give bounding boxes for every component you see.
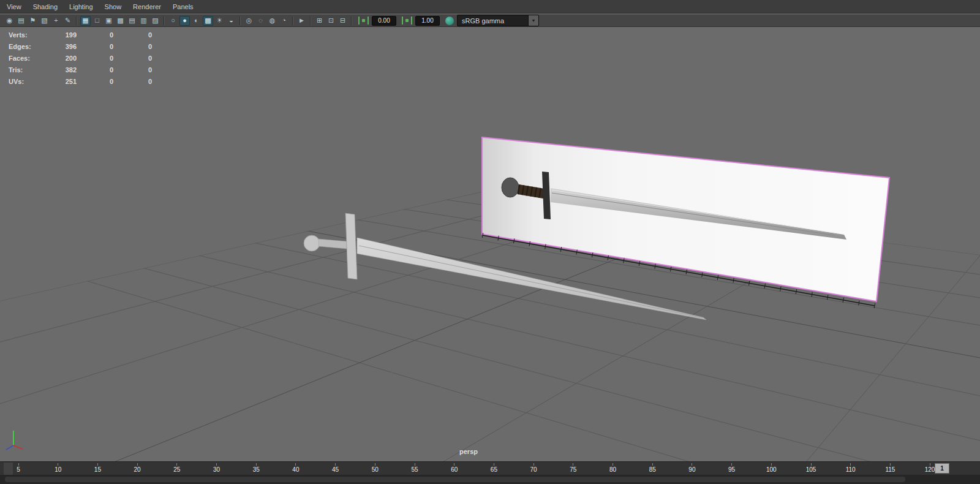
frame-tick — [137, 463, 138, 466]
frame-number: 25 — [173, 466, 180, 473]
occlusion-icon[interactable]: ◎ — [244, 16, 254, 26]
poly-count-value: 0 — [113, 31, 152, 39]
frame-tick — [58, 463, 58, 466]
edge-tick — [812, 292, 812, 297]
viewport-toolbar: ◉▤⚑▧+✎▦□▣▩▤▥▨○●◐▩☀◒◎◌◍◔►⊞⊡⊟ 0.00 1.00 sR… — [0, 14, 980, 27]
safe-action-icon[interactable]: ▥ — [138, 16, 149, 26]
resolution-gate-icon[interactable]: ▣ — [104, 16, 114, 26]
poly-count-value: 0 — [77, 31, 113, 39]
wireframe-icon[interactable]: ○ — [168, 16, 178, 26]
gate-mask-icon[interactable]: ▩ — [115, 16, 126, 26]
isolate-select-icon[interactable]: ► — [296, 16, 307, 26]
frame-tick — [652, 463, 653, 466]
frame-tick — [295, 463, 296, 466]
frame-tick — [454, 463, 454, 466]
film-gate-icon[interactable]: □ — [92, 16, 102, 26]
frame-tick — [18, 463, 19, 466]
poly-count-row: Tris:38200 — [9, 64, 152, 75]
lights-icon[interactable]: ☀ — [214, 16, 225, 26]
menu-renderer[interactable]: Renderer — [131, 2, 163, 12]
frame-tick — [375, 463, 375, 466]
colorspace-dropdown[interactable]: sRGB gamma ▼ — [457, 15, 539, 26]
time-slider[interactable]: 1 51015202530354045505560657075808590951… — [0, 461, 980, 475]
safe-title-icon[interactable]: ▨ — [150, 16, 160, 26]
chevron-down-icon[interactable]: ▼ — [528, 15, 538, 26]
poly-count-value: 0 — [77, 78, 113, 85]
frame-tick — [890, 463, 891, 466]
poly-count-value: 0 — [113, 55, 152, 62]
playhead[interactable] — [4, 463, 13, 475]
image-plane[interactable] — [482, 137, 889, 301]
frame-number: 115 — [885, 466, 895, 473]
range-slider-bar[interactable] — [5, 477, 905, 482]
frame-tick — [692, 463, 692, 466]
grid-icon[interactable]: ▦ — [80, 16, 91, 26]
shadows-icon[interactable]: ◒ — [226, 16, 236, 26]
flat-shade-icon[interactable]: ◐ — [191, 16, 202, 26]
toolbar-separator — [239, 17, 241, 25]
toolbar-separator — [164, 17, 165, 25]
multisample-icon[interactable]: ◍ — [267, 16, 277, 26]
image-plane-icon[interactable]: ▧ — [39, 16, 50, 26]
menu-panels[interactable]: Panels — [171, 2, 195, 12]
viewport-layout-icon[interactable]: ⊟ — [337, 16, 348, 26]
viewport-persp[interactable]: Verts:19900Edges:39600Faces:20000Tris:38… — [0, 28, 980, 461]
menu-shading[interactable]: Shading — [31, 2, 59, 12]
field-chart-icon[interactable]: ▤ — [127, 16, 137, 26]
image-plane-quad[interactable] — [482, 137, 889, 301]
poly-count-value: 0 — [77, 43, 113, 50]
menu-lighting[interactable]: Lighting — [67, 2, 95, 12]
camera-label: persp — [429, 448, 508, 455]
photo-sword-pommel — [502, 178, 519, 197]
color-management-icon[interactable] — [445, 17, 454, 25]
frame-number: 75 — [570, 466, 576, 473]
frame-tick — [573, 463, 573, 466]
frame-tick — [850, 463, 851, 466]
poly-count-value: 0 — [113, 78, 152, 85]
poly-count-label: Faces: — [9, 55, 40, 62]
frame-tick — [930, 463, 930, 466]
toolbar-separator — [310, 17, 311, 25]
exposure-icon[interactable] — [358, 17, 369, 25]
poly-count-value: 396 — [40, 43, 77, 50]
motion-blur-icon[interactable]: ◌ — [255, 16, 266, 26]
range-slider[interactable] — [0, 475, 980, 484]
gamma-field[interactable]: 1.00 — [415, 16, 440, 26]
frame-all-icon[interactable]: ⊞ — [314, 16, 325, 26]
frame-number: 90 — [688, 466, 695, 473]
poly-count-value: 0 — [77, 66, 113, 74]
frame-number: 85 — [649, 466, 656, 473]
frame-tick — [176, 463, 177, 466]
frame-tick — [811, 463, 812, 466]
poly-count-row: Verts:19900 — [9, 29, 152, 40]
menu-view[interactable]: View — [5, 2, 23, 12]
frame-number: 55 — [411, 466, 418, 473]
select-camera-icon[interactable]: ◉ — [4, 16, 15, 26]
frame-number: 10 — [55, 466, 61, 473]
depth-of-field-icon[interactable]: ◔ — [279, 16, 289, 26]
sword-crossguard — [345, 213, 357, 279]
current-frame-field[interactable]: 1 — [935, 463, 949, 474]
poly-count-label: Edges: — [9, 43, 40, 50]
textured-icon[interactable]: ▩ — [203, 16, 213, 26]
gamma-icon[interactable] — [402, 17, 412, 25]
frame-number: 20 — [134, 466, 141, 473]
camera-attributes-icon[interactable]: ▤ — [16, 16, 26, 26]
exposure-field[interactable]: 0.00 — [372, 16, 396, 26]
edge-tick — [780, 286, 781, 291]
frame-tick — [533, 463, 534, 466]
frame-selection-icon[interactable]: ⊡ — [326, 16, 336, 26]
poly-count-value: 0 — [77, 55, 113, 62]
smooth-shade-icon[interactable]: ● — [179, 16, 190, 26]
edge-tick — [733, 278, 734, 283]
frame-number: 35 — [253, 466, 260, 473]
menu-show[interactable]: Show — [103, 2, 124, 12]
poly-count-row: UVs:25100 — [9, 75, 152, 87]
bookmarks-icon[interactable]: ⚑ — [28, 16, 38, 26]
frame-tick — [97, 463, 98, 466]
grease-pencil-icon[interactable]: ✎ — [62, 16, 73, 26]
2d-pan-zoom-icon[interactable]: + — [51, 16, 61, 26]
edge-tick — [624, 258, 624, 263]
toolbar-icons: ◉▤⚑▧+✎▦□▣▩▤▥▨○●◐▩☀◒◎◌◍◔►⊞⊡⊟ — [4, 16, 349, 26]
edge-tick — [655, 264, 655, 269]
